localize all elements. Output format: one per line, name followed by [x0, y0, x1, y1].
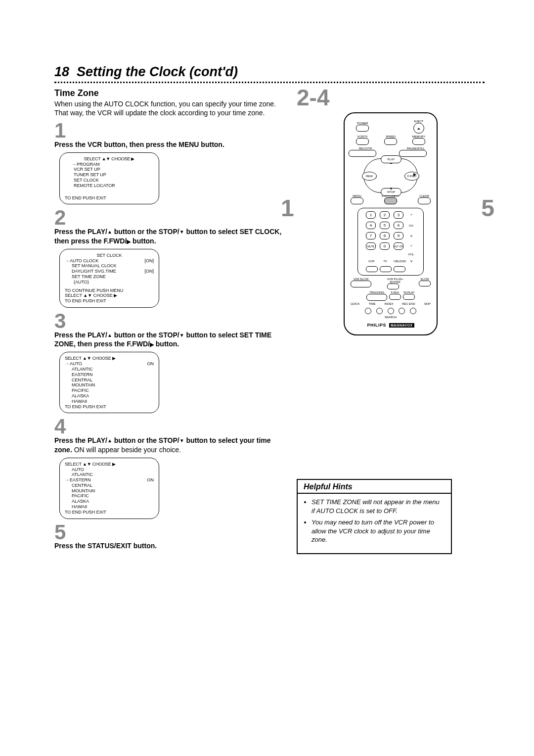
cbl-sel-button[interactable]: [394, 266, 405, 272]
screen3-l2: ATLANTIC: [65, 367, 154, 372]
screen2-r1a: AUTO CLOCK: [70, 258, 98, 263]
play-button[interactable]: PLAY: [381, 155, 401, 163]
recend-circle[interactable]: [399, 308, 405, 314]
ffwd-button[interactable]: F.FWD: [404, 172, 419, 181]
screen-3: SELECT ▲▼ CHOOSE ▶ →AUTOON ATLANTIC EAST…: [59, 352, 159, 413]
rew-button[interactable]: REW: [362, 172, 377, 181]
screen1-l3: TUNER SET UP: [65, 172, 154, 178]
step4-d: ON will appear beside your choice.: [72, 446, 181, 454]
screen1-l1: PROGRAM: [77, 162, 100, 167]
num-7[interactable]: 7: [366, 232, 376, 239]
vcrtv-button[interactable]: [356, 138, 369, 145]
time-label: TIME: [369, 302, 376, 305]
left-column: Time Zone When using the AUTO CLOCK func…: [54, 86, 282, 554]
search-label: SEARCH: [349, 316, 433, 319]
menu-button[interactable]: [351, 197, 363, 204]
clear-button[interactable]: [418, 197, 431, 204]
step-4-text: Press the PLAY/▲ button or the STOP/▼ bu…: [54, 436, 282, 455]
status-exit-button[interactable]: [384, 197, 397, 204]
x2-button[interactable]: [403, 294, 415, 300]
screen2-r1b: [ON]: [144, 258, 154, 264]
num-0[interactable]: 0: [380, 242, 390, 250]
vcrplus-button[interactable]: [387, 284, 399, 289]
callout-left: 1: [281, 196, 294, 220]
cbl-label: CBL/DSS: [394, 260, 404, 263]
screen3-head: SELECT ▲▼ CHOOSE ▶: [65, 356, 154, 361]
tracking-button[interactable]: [366, 294, 387, 301]
screen4-l8: HAWAII: [65, 504, 154, 510]
power-label: POWER: [349, 122, 376, 125]
brand: PHILIPS MAGNAVOX: [349, 323, 433, 328]
num-6[interactable]: 6: [394, 222, 403, 229]
eject-button[interactable]: ⏏: [413, 123, 424, 134]
index-circle[interactable]: [388, 308, 394, 314]
screen4-head: SELECT ▲▼ CHOOSE ▶: [65, 462, 154, 467]
index-label: INDEX: [384, 302, 393, 305]
remote-control: POWER EJECT⏏ VCR/TV SPEED MEMORY REC/OTR…: [344, 112, 438, 335]
fadv-button[interactable]: [389, 294, 401, 300]
step-4-number: 4: [54, 418, 282, 435]
ch-up[interactable]: ^: [407, 213, 415, 217]
screen4-l1: AUTO: [65, 467, 154, 472]
ch-down[interactable]: v: [407, 234, 415, 238]
num-9[interactable]: 9: [394, 232, 403, 239]
time-circle[interactable]: [376, 308, 383, 314]
step2-b: button or the STOP/: [112, 228, 179, 236]
step-3-number: 3: [54, 313, 282, 330]
page-number: 18: [54, 64, 69, 79]
step2-d: button.: [131, 237, 156, 245]
screen3-l4: CENTRAL: [65, 378, 154, 383]
num-4[interactable]: 4: [366, 222, 376, 229]
x2-label: X2 PLAY: [403, 291, 415, 294]
num-5[interactable]: 5: [380, 222, 390, 229]
search-row: [349, 307, 433, 316]
screen3-foot: TO END PUSH EXIT: [65, 404, 154, 410]
brand-magnavox: MAGNAVOX: [389, 323, 414, 328]
num-3[interactable]: 3: [394, 211, 403, 219]
step-3-text: Press the PLAY/▲ button or the STOP/▼ bu…: [54, 331, 282, 349]
step3-b: button or the STOP/: [112, 331, 179, 339]
vol-label: VOL.: [407, 253, 415, 256]
recend-label: REC END: [402, 302, 415, 305]
mute[interactable]: MUTE: [366, 242, 376, 250]
screen3-l1: AUTO: [70, 361, 82, 366]
num-8[interactable]: 8: [380, 232, 390, 239]
screen4-l7: ALASKA: [65, 499, 154, 504]
altch[interactable]: ALT CH: [394, 242, 403, 250]
screen4-l4: CENTRAL: [65, 483, 154, 488]
section-intro: When using the AUTO CLOCK function, you …: [54, 99, 282, 117]
screen1-head: SELECT ▲▼ CHOOSE ▶: [65, 156, 154, 162]
screen-1: SELECT ▲▼ CHOOSE ▶ →PROGRAM VCR SET UP T…: [59, 152, 159, 205]
slow-button[interactable]: [419, 281, 431, 286]
step3-d: button.: [154, 340, 179, 348]
brand-philips: PHILIPS: [367, 323, 386, 328]
step-1-text: Press the VCR button, then press the MEN…: [54, 140, 282, 149]
num-1[interactable]: 1: [366, 211, 376, 219]
skip-label: SKIP: [424, 302, 431, 305]
vol-down[interactable]: v: [407, 259, 415, 263]
screen3-l6: PACIFIC: [65, 388, 154, 393]
right-column: 2-4 1 5 POWER EJECT⏏ VCR/TV SPEED MEMORY: [297, 86, 485, 554]
screen3-l7: ALASKA: [65, 393, 154, 399]
slow-label: SLOW: [419, 278, 431, 281]
num-2[interactable]: 2: [380, 211, 390, 219]
vol-up[interactable]: ^: [407, 244, 415, 248]
quick-circle[interactable]: [365, 308, 371, 314]
pause-button[interactable]: [399, 150, 427, 157]
hints-title: Helpful Hints: [298, 480, 451, 494]
recotr-button[interactable]: [349, 150, 376, 157]
vcr-sel-button[interactable]: [366, 266, 378, 272]
step-2-text: Press the PLAY/▲ button or the STOP/▼ bu…: [54, 227, 282, 246]
screen1-l5: REMOTE LOCATOR: [65, 183, 154, 189]
step3-a: Press the PLAY/: [54, 331, 107, 339]
numpad: 1 2 3 ^ 4 5 6 CH. 7 8 9 v MUTE 0: [357, 208, 424, 276]
memory-button[interactable]: [412, 138, 425, 145]
power-button[interactable]: [356, 125, 369, 132]
skip-circle[interactable]: [410, 308, 416, 314]
varslow-button[interactable]: [351, 281, 371, 287]
vcr-label: VCR: [366, 260, 377, 263]
screen4-l6: PACIFIC: [65, 493, 154, 499]
tv-sel-button[interactable]: [380, 266, 392, 272]
speed-button[interactable]: [384, 138, 397, 145]
screen2-f1: TO CONTINUE PUSH MENU: [65, 288, 154, 293]
